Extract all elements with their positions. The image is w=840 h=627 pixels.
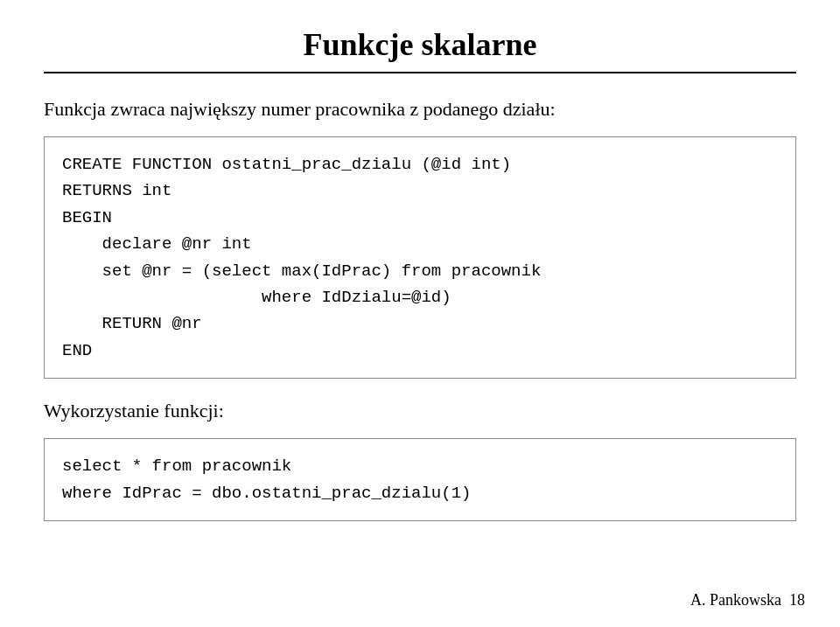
page-title: Funkcje skalarne	[44, 26, 796, 73]
code-block-usage: select * from pracownik where IdPrac = d…	[44, 438, 796, 521]
usage-label: Wykorzystanie funkcji:	[44, 400, 796, 422]
code-block-function: CREATE FUNCTION ostatni_prac_dzialu (@id…	[44, 136, 796, 379]
code-text-usage: select * from pracownik where IdPrac = d…	[62, 453, 778, 506]
code-text-function: CREATE FUNCTION ostatni_prac_dzialu (@id…	[62, 151, 778, 364]
footer-author: A. Pankowska	[690, 591, 781, 609]
description-text: Funkcja zwraca największy numer pracowni…	[44, 98, 796, 121]
footer: A. Pankowska 18	[690, 591, 805, 610]
page-number: 18	[789, 591, 805, 609]
